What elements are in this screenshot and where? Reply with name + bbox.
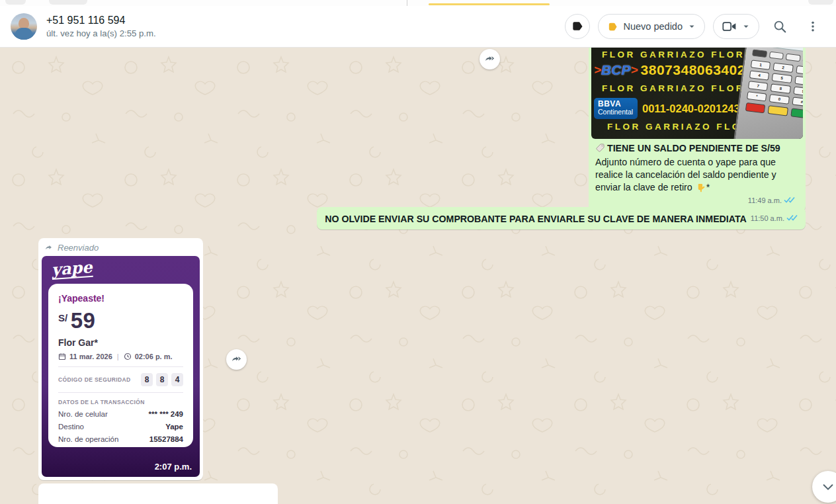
pos-key: 4: [749, 70, 770, 80]
top-strip-chip: [5, 0, 26, 5]
message-yape-receipt[interactable]: Reenviado yape ¡Yapeaste! S/ 59 Flor Gar…: [38, 238, 203, 480]
pos-key: 8: [771, 83, 791, 93]
top-strip-chip: [808, 0, 833, 5]
account-holder-name: FLOR GARRIAZO FLORES: [602, 50, 761, 60]
receipt-title: ¡Yapeaste!: [58, 293, 183, 304]
pos-nav-key: [802, 56, 803, 64]
pos-key: 0: [769, 94, 790, 104]
pos-nav-key: [752, 50, 767, 58]
avatar[interactable]: [11, 13, 37, 40]
transaction-row: Nro. de operación 15527884: [58, 435, 183, 443]
security-code-digits: 8 8 4: [141, 373, 183, 386]
label-button[interactable]: [565, 14, 590, 39]
caption-body: Adjunto número de cuenta o yape para que…: [595, 157, 776, 192]
contact-info[interactable]: +51 951 116 594 últ. vez hoy a la(s) 2:5…: [11, 13, 156, 40]
bbva-account-row: BBVA Continental 0011-0240-0201243721: [594, 98, 758, 119]
receipt-datetime: 11 mar. 2026 | 02:06 p. m.: [58, 353, 183, 360]
order-label-dropdown[interactable]: Nuevo pedido: [598, 14, 706, 39]
top-strip-divider: [407, 0, 407, 6]
tag-yellow-icon: [607, 21, 618, 32]
message-time: 11:49 a.m.: [748, 194, 782, 207]
kebab-menu-icon: [806, 20, 819, 33]
pos-key: 3: [796, 65, 803, 75]
chevron-down-icon: [688, 22, 696, 30]
pos-enter-key: [790, 108, 803, 118]
pos-keypad: 123456789*0#: [747, 60, 803, 106]
pos-key: 6: [794, 76, 803, 86]
bcp-account-row: >BCP> 38073480634024: [594, 62, 753, 78]
forwarded-header: Reenviado: [42, 241, 200, 256]
order-label-text: Nuevo pedido: [624, 21, 683, 32]
pos-key: 2: [773, 63, 794, 73]
search-icon: [773, 19, 787, 34]
chevron-down-icon: [742, 22, 750, 30]
caption-suffix: *: [706, 182, 710, 192]
chat-header: +51 951 116 594 últ. vez hoy a la(s) 2:5…: [0, 6, 836, 48]
read-ticks-icon: [784, 194, 796, 207]
top-strip-active-tab-underline: [429, 3, 550, 5]
pos-key: 9: [793, 87, 803, 97]
receipt-card: ¡Yapeaste! S/ 59 Flor Gar* 11 mar. 2026 …: [48, 284, 193, 447]
forwarded-label: Reenviado: [58, 243, 99, 253]
message-time: 11:50 a.m.: [751, 214, 784, 222]
receipt-recipient: Flor Gar*: [58, 337, 183, 348]
bcp-account-number: 38073480634024: [641, 62, 754, 78]
pos-terminal-illustration: 123456789*0#: [730, 48, 803, 139]
pos-nav-key: [786, 54, 801, 62]
message-bank-accounts[interactable]: FLOR GARRIAZO FLORES >BCP> 3807348063402…: [589, 48, 806, 212]
message-reminder[interactable]: NO OLVIDE ENVIAR SU COMPROBANTE PARA ENV…: [317, 207, 806, 230]
pos-clear-key: [768, 105, 788, 116]
message-request[interactable]: Espero la clave para recojer el producto…: [38, 483, 278, 504]
top-strip-chip: [49, 0, 87, 5]
transaction-row: Destino Yape: [58, 423, 183, 431]
clock-icon: [124, 353, 132, 360]
forwarded-icon: [44, 243, 54, 253]
security-code-label: CÓDIGO DE SEGURIDAD: [58, 376, 131, 383]
forward-message-button[interactable]: [480, 49, 500, 69]
yape-logo: yape: [51, 259, 93, 280]
video-camera-icon: [722, 21, 737, 32]
pointing-down-emoji: [696, 183, 706, 196]
transaction-row: Nro. de celular *** *** 249: [58, 410, 183, 418]
bcp-chevron-icon: >: [630, 63, 638, 77]
transaction-data-label: DATOS DE LA TRANSACCIÓN: [58, 399, 183, 405]
bank-accounts-image[interactable]: FLOR GARRIAZO FLORES >BCP> 3807348063402…: [591, 48, 803, 139]
read-ticks-icon: [786, 212, 799, 224]
message-caption: TIENE UN SALDO PENDIENTE DE S/59 Adjunto…: [591, 139, 803, 207]
calendar-icon: [58, 353, 66, 360]
bcp-logo: BCP: [601, 62, 630, 78]
pos-key: 1: [751, 60, 771, 69]
pos-key: 7: [748, 81, 769, 91]
bbva-logo: BBVA Continental: [594, 98, 638, 119]
caption-title: TIENE UN SALDO PENDIENTE DE S/59: [607, 143, 780, 153]
pos-cancel-key: [745, 103, 766, 113]
video-call-dropdown[interactable]: [713, 14, 759, 39]
forward-arrow-icon: [483, 53, 496, 65]
last-seen-status: últ. vez hoy a la(s) 2:55 p.m.: [46, 28, 156, 38]
forward-arrow-icon: [230, 353, 243, 366]
menu-button[interactable]: [800, 14, 825, 39]
search-button[interactable]: [767, 14, 792, 39]
pos-key: #: [792, 97, 803, 106]
receipt-sent-time: 2:07 p.m.: [155, 462, 192, 472]
account-holder-name: FLOR GARRIAZO FLORES: [602, 83, 761, 93]
pos-key: *: [747, 91, 767, 101]
chat-panel: FLOR GARRIAZO FLORES >BCP> 3807348063402…: [0, 48, 836, 504]
reminder-text: NO OLVIDE ENVIAR SU COMPROBANTE PARA ENV…: [325, 214, 747, 224]
pos-nav-key: [769, 52, 784, 60]
label-filled-icon: [571, 20, 584, 33]
top-strip: [0, 0, 836, 6]
bcp-chevron-icon: >: [594, 63, 601, 77]
forward-message-button[interactable]: [226, 349, 247, 370]
yape-receipt-image[interactable]: yape ¡Yapeaste! S/ 59 Flor Gar* 11 mar. …: [42, 256, 200, 477]
receipt-amount: S/ 59: [58, 308, 183, 333]
pos-key: 5: [772, 73, 792, 83]
contact-name: +51 951 116 594: [46, 15, 156, 26]
tag-emoji: [595, 143, 605, 156]
chevron-down-icon: [821, 480, 835, 494]
